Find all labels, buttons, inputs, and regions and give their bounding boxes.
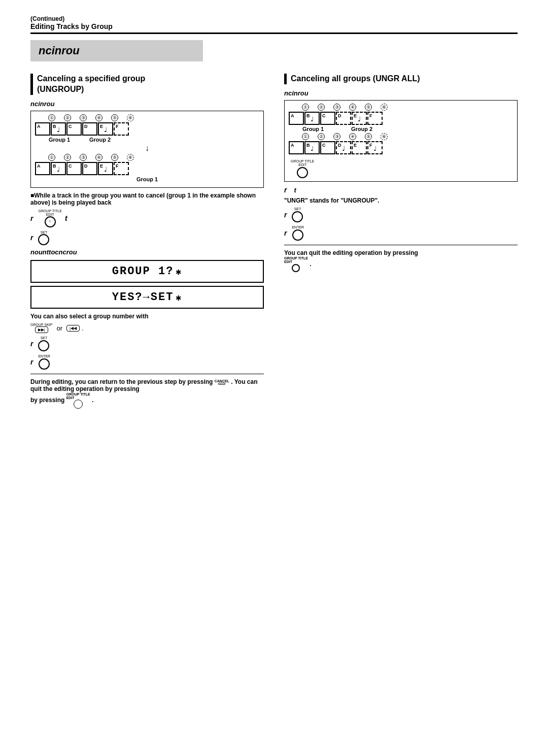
r-track-C-bot: C xyxy=(320,141,335,154)
group-title-edit-btn-rfooter: GROUP TITLEEDIT xyxy=(284,256,308,272)
main-content: Canceling a specified group (UNGROUP) nc… xyxy=(30,74,518,412)
also-note: You can also select a group number with xyxy=(30,313,264,320)
display-sub-label: nounttocncrou xyxy=(30,248,264,256)
header: (Continued) Editing Tracks by Group xyxy=(30,15,518,34)
continued-label: (Continued) xyxy=(30,15,518,22)
group-skip-back-btn: |◀◀ xyxy=(66,325,80,332)
left-divider xyxy=(30,374,264,374)
group1-label-top: Group 1 xyxy=(35,137,84,143)
enter-btn-step4: ENTER xyxy=(38,354,50,370)
display-box2: YES?→SET ✱ xyxy=(30,286,264,309)
or-label: or xyxy=(56,324,62,332)
r-track-B-top: B♩ xyxy=(304,112,320,125)
set-btn-step2: SET xyxy=(38,231,49,246)
track-B-top: B♩ xyxy=(51,122,66,136)
left-track-diagram: ① ② ③ ④ ⑤ ⑥ A B♩ C D E♩ F Group 1 Group … xyxy=(30,111,264,188)
top-track-row: A B♩ C D E♩ F xyxy=(35,122,259,136)
r-track-A-bot: A xyxy=(289,141,304,154)
left-column: Canceling a specified group (UNGROUP) nc… xyxy=(30,74,264,412)
step1-r: r xyxy=(30,214,33,222)
cancel-btn-inline: CANCEL xyxy=(215,379,229,385)
right-column: Canceling all groups (UNGR ALL) ncinrou … xyxy=(284,74,518,412)
group-title-edit-btn-footer: GROUP TITLEEDIT xyxy=(66,392,90,409)
enter-btn-right: ENTER xyxy=(292,225,304,241)
right-step2: r SET xyxy=(284,207,518,222)
set-btn-step3: SET xyxy=(38,336,49,351)
display-text-line1: GROUP 1? xyxy=(112,265,174,278)
btn-circle-enter-right[interactable] xyxy=(292,229,303,241)
right-top-track-row: A B♩ C D E♩ F xyxy=(289,112,513,125)
btn-circle-1[interactable]: i xyxy=(45,216,56,227)
r-track-F-bot: F♩ xyxy=(367,141,383,154)
r-track-F-top: F xyxy=(367,112,383,125)
by-pressing-label: by pressing xyxy=(30,397,64,404)
btn-circle-set[interactable] xyxy=(38,234,49,245)
right-divider xyxy=(284,245,518,245)
right-track-diagram: ① ② ③ ④ ⑤ ⑥ A B♩ C D E♩ F Group 1 Group … xyxy=(284,100,518,182)
right-step1-t: t xyxy=(294,186,296,194)
page-header-title: Editing Tracks by Group xyxy=(30,22,518,34)
group1-label-bot: Group 1 xyxy=(35,176,259,182)
track-E-top: E♩ xyxy=(98,122,113,136)
right-step1-r: r xyxy=(284,186,287,194)
track-A-top: A xyxy=(35,122,50,136)
right-step1: r t xyxy=(284,186,518,194)
step1-t: t xyxy=(65,214,67,222)
arrow-down: ↓ xyxy=(35,144,259,153)
right-sub-label: ncinrou xyxy=(284,89,518,97)
r-track-E-bot: E xyxy=(352,141,367,154)
track-C-bot: C xyxy=(66,162,82,175)
set-btn-right: SET xyxy=(292,207,303,222)
r-track-E-top: E♩ xyxy=(352,112,367,125)
group-skip-fwd-btn: GROUP SKIP ▶▶| xyxy=(30,323,52,333)
r-track-A-top: A xyxy=(289,112,304,125)
r-track-C-top: C xyxy=(320,112,335,125)
track-F-bot: F xyxy=(114,162,129,175)
right-step2-r: r xyxy=(284,211,287,219)
track-C-top: C xyxy=(66,122,82,136)
left-section-title: Canceling a specified group (UNGROUP) xyxy=(30,74,264,95)
r-track-D-bot: D♩ xyxy=(336,141,351,154)
left-sub-label: ncinrou xyxy=(30,100,264,108)
group-title-edit-btn-step1: GROUP TITLEEDIT i xyxy=(38,209,61,227)
track-B-bot: B♩ xyxy=(51,162,66,175)
right-step3: r ENTER xyxy=(284,225,518,241)
btn-circle-set2[interactable] xyxy=(38,340,49,351)
track-F-top: F xyxy=(114,122,129,136)
r-group2-label: Group 2 xyxy=(337,126,386,132)
track-A-bot: A xyxy=(35,162,50,175)
track-D-bot: D xyxy=(82,162,97,175)
right-footer-note: You can quit the editing operation by pr… xyxy=(284,249,518,272)
left-footer-note: During editing, you can return to the pr… xyxy=(30,378,264,409)
step3: r SET xyxy=(30,336,264,351)
page-title: ncinrou xyxy=(30,40,203,61)
group2-label-top: Group 2 xyxy=(84,137,116,143)
period: . xyxy=(82,324,84,332)
step4-r: r xyxy=(30,358,33,366)
right-diagram-bottom: GROUP TITLEEDIT xyxy=(289,156,513,178)
btn-circle-set-right[interactable] xyxy=(292,211,303,222)
right-step3-r: r xyxy=(284,229,287,237)
step2: r SET xyxy=(30,231,264,246)
bottom-track-row: A B♩ C D E♩ F xyxy=(35,162,259,175)
track-D-top: D xyxy=(82,122,97,136)
r-track-D-top: D xyxy=(336,112,351,125)
step1: r GROUP TITLEEDIT i t xyxy=(30,209,264,227)
instruction-text: ■While a track in the group you want to … xyxy=(30,192,264,206)
display-box: GROUP 1? ✱ xyxy=(30,260,264,283)
step3-r: r xyxy=(30,340,33,348)
group-title-edit-btn-right: GROUP TITLEEDIT xyxy=(291,159,314,178)
r-track-B-bot: B♩ xyxy=(304,141,320,154)
right-bottom-track-row: A B♩ C D♩ E F♩ xyxy=(289,141,513,154)
right-section-title: Canceling all groups (UNGR ALL) xyxy=(284,74,518,84)
display-star2: ✱ xyxy=(176,292,182,303)
step4: r ENTER xyxy=(30,354,264,370)
btn-circle-enter[interactable] xyxy=(39,358,50,370)
r-group1-label: Group 1 xyxy=(289,126,337,132)
track-E-bot: E♩ xyxy=(98,162,113,175)
skip-buttons-row: GROUP SKIP ▶▶| or |◀◀ . xyxy=(30,323,264,333)
ungr-note: "UNGR" stands for "UNGROUP". xyxy=(284,197,518,204)
display-star: ✱ xyxy=(176,266,182,277)
display-text-line2: YES?→SET xyxy=(112,291,174,304)
step2-r: r xyxy=(30,234,33,242)
